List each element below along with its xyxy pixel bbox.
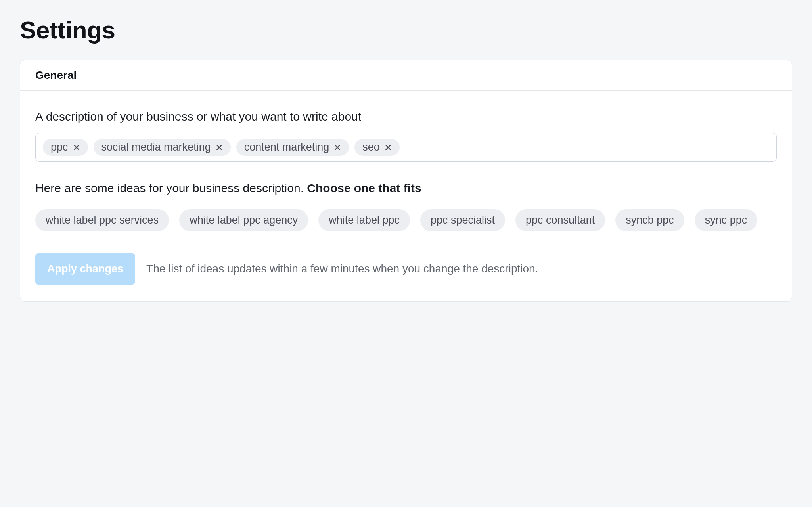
remove-tag-icon[interactable] <box>334 144 341 151</box>
remove-tag-icon[interactable] <box>385 144 392 151</box>
description-label: A description of your business or what y… <box>35 110 777 123</box>
card-header: General <box>20 60 792 91</box>
suggestion-chip[interactable]: white label ppc agency <box>179 209 308 231</box>
suggestion-chip[interactable]: ppc specialist <box>420 209 505 231</box>
suggestion-chip[interactable]: syncb ppc <box>615 209 684 231</box>
description-tag-input[interactable]: ppc social media marketing content marke… <box>35 133 777 162</box>
card-body: A description of your business or what y… <box>20 91 792 301</box>
card-header-title: General <box>35 69 777 82</box>
page-title: Settings <box>20 16 792 44</box>
ideas-label-bold: Choose one that fits <box>307 182 421 195</box>
tag: social media marketing <box>94 139 231 156</box>
suggestion-chip[interactable]: sync ppc <box>695 209 758 231</box>
suggestion-chip[interactable]: white label ppc services <box>35 209 169 231</box>
ideas-label: Here are some ideas for your business de… <box>35 182 777 195</box>
settings-card: General A description of your business o… <box>20 60 792 302</box>
suggestion-chip[interactable]: ppc consultant <box>515 209 605 231</box>
suggestion-chip[interactable]: white label ppc <box>318 209 410 231</box>
tag-label: content marketing <box>244 142 329 153</box>
tag-label: seo <box>362 142 380 153</box>
suggestion-chips: white label ppc services white label ppc… <box>35 209 777 231</box>
apply-note: The list of ideas updates within a few m… <box>146 261 777 277</box>
remove-tag-icon[interactable] <box>73 144 80 151</box>
tag-label: ppc <box>51 142 68 153</box>
tag: ppc <box>43 139 88 156</box>
apply-row: Apply changes The list of ideas updates … <box>35 253 777 285</box>
tag: seo <box>354 139 400 156</box>
remove-tag-icon[interactable] <box>216 144 223 151</box>
ideas-label-prefix: Here are some ideas for your business de… <box>35 182 307 195</box>
apply-changes-button[interactable]: Apply changes <box>35 253 135 285</box>
tag: content marketing <box>236 139 349 156</box>
tag-label: social media marketing <box>102 142 211 153</box>
